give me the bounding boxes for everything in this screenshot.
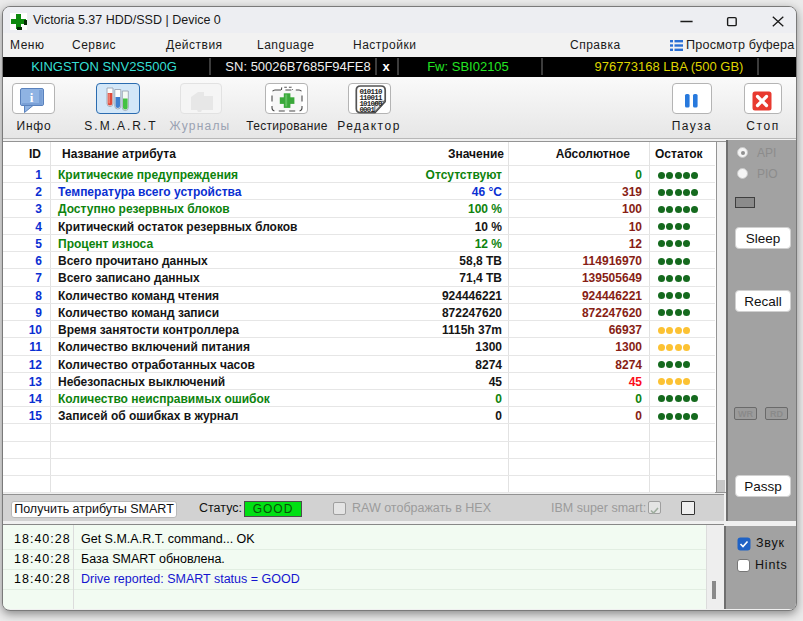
- svg-text:0001: 0001: [359, 106, 375, 114]
- svg-text:i: i: [30, 90, 34, 105]
